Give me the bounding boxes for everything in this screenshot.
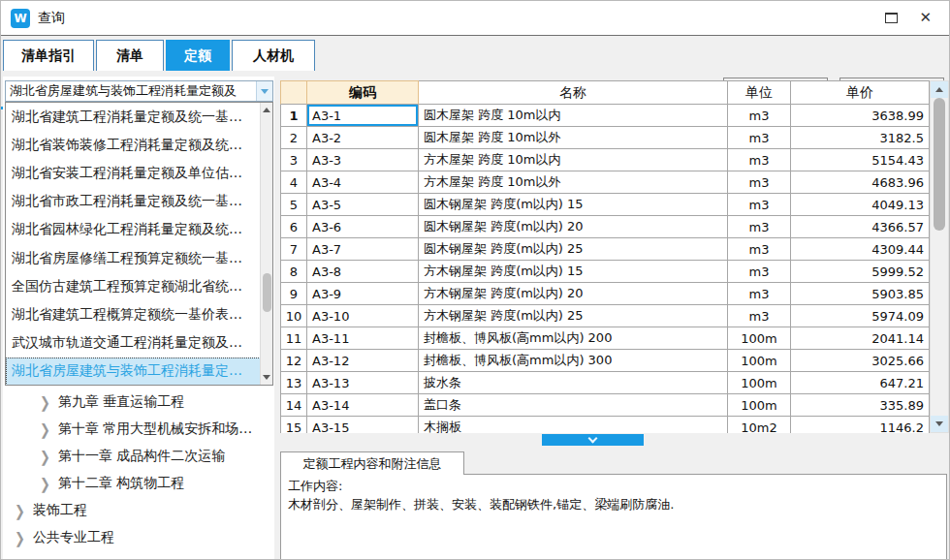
unit-cell[interactable]: 100m (728, 350, 791, 372)
price-cell[interactable]: 335.89 (791, 394, 930, 417)
tab-人材机[interactable]: 人材机 (232, 40, 315, 71)
list-item[interactable]: 湖北省市政工程消耗量定额及统一基… (6, 188, 272, 216)
name-cell[interactable]: 封檐板、博风板(高mm以内) 300 (419, 350, 728, 372)
scroll-up-icon[interactable] (261, 103, 272, 117)
table-scrollbar-thumb[interactable] (934, 98, 945, 231)
unit-cell[interactable]: 100m (728, 372, 791, 394)
unit-cell[interactable]: m3 (728, 261, 791, 283)
table-scroll-down-icon[interactable] (931, 416, 948, 432)
unit-cell[interactable]: m3 (728, 216, 791, 238)
table-row[interactable]: 14A3-14盖口条100m335.89 (280, 394, 930, 417)
price-cell[interactable]: 2041.14 (791, 327, 930, 350)
code-cell[interactable]: A3-2 (307, 127, 419, 149)
list-item[interactable]: 湖北省安装工程消耗量定额及单位估… (6, 159, 272, 187)
tree-item[interactable]: ❯第十章 常用大型机械安拆和场… (3, 416, 271, 443)
price-cell[interactable]: 4309.44 (791, 238, 930, 261)
code-cell[interactable]: A3-10 (307, 305, 419, 327)
table-row[interactable]: 1A3-1圆木屋架 跨度 10m以内m33638.99 (280, 105, 930, 127)
splitter-collapse-button[interactable] (542, 434, 644, 446)
price-cell[interactable]: 5903.85 (791, 283, 930, 305)
table-row[interactable]: 3A3-3方木屋架 跨度 10m以内m35154.43 (280, 149, 930, 171)
quota-library-combobox[interactable]: 湖北省房屋建筑与装饰工程消耗量定额及 (5, 80, 273, 102)
name-cell[interactable]: 方木屋架 跨度 10m以外 (419, 171, 728, 194)
name-cell[interactable]: 方木钢屋架 跨度(m以内) 15 (419, 261, 728, 283)
unit-cell[interactable]: m3 (728, 105, 791, 127)
price-cell[interactable]: 5154.43 (791, 149, 930, 171)
tab-定额[interactable]: 定额 (166, 40, 230, 71)
code-cell[interactable]: A3-13 (307, 372, 419, 394)
unit-cell[interactable]: m3 (728, 149, 791, 171)
list-item[interactable]: 湖北省园林绿化工程消耗量定额及统… (6, 216, 272, 244)
price-cell[interactable]: 3638.99 (791, 105, 930, 127)
unit-cell[interactable]: m3 (728, 238, 791, 261)
price-cell[interactable]: 5999.52 (791, 261, 930, 283)
tree-item[interactable]: ❯第十一章 成品构件二次运输 (3, 443, 271, 470)
code-cell[interactable]: A3-5 (307, 194, 419, 216)
unit-cell[interactable]: 100m (728, 394, 791, 417)
name-cell[interactable]: 圆木钢屋架 跨度(m以内) 25 (419, 238, 728, 261)
unit-cell[interactable]: m3 (728, 305, 791, 327)
list-item[interactable]: 湖北省房屋建筑与装饰工程消耗量定… (6, 358, 272, 386)
table-row[interactable]: 9A3-9方木钢屋架 跨度(m以内) 20m35903.85 (280, 283, 930, 305)
unit-cell[interactable]: 100m (728, 327, 791, 350)
tree-item[interactable]: ❯装饰工程 (3, 497, 271, 524)
price-cell[interactable]: 5974.09 (791, 305, 930, 327)
price-cell[interactable]: 3182.5 (791, 127, 930, 149)
name-cell[interactable]: 封檐板、博风板(高mm以内) 200 (419, 327, 728, 350)
price-cell[interactable]: 4366.57 (791, 216, 930, 238)
table-row[interactable]: 7A3-7圆木钢屋架 跨度(m以内) 25m34309.44 (280, 238, 930, 261)
list-item[interactable]: 湖北省建筑工程消耗量定额及统一基… (6, 103, 272, 131)
name-cell[interactable]: 圆木钢屋架 跨度(m以内) 20 (419, 216, 728, 238)
unit-cell[interactable]: m3 (728, 171, 791, 194)
name-cell[interactable]: 圆木钢屋架 跨度(m以内) 15 (419, 194, 728, 216)
code-cell[interactable]: A3-12 (307, 350, 419, 372)
list-item[interactable]: 湖北省房屋修缮工程预算定额统一基… (6, 244, 272, 272)
tree-item[interactable]: ❯公共专业工程 (3, 524, 271, 551)
table-row[interactable]: 5A3-5圆木钢屋架 跨度(m以内) 15m34049.13 (280, 194, 930, 216)
code-cell[interactable]: A3-6 (307, 216, 419, 238)
list-item[interactable]: 武汉城市轨道交通工程消耗量定额及… (6, 329, 272, 358)
list-scrollbar[interactable] (260, 103, 272, 385)
horizontal-splitter[interactable] (280, 433, 949, 448)
tree-item[interactable]: ❯第九章 垂直运输工程 (3, 389, 271, 416)
price-cell[interactable]: 1146.2 (791, 417, 930, 433)
combobox-dropdown-button[interactable] (256, 81, 272, 101)
close-icon[interactable]: ✕ (919, 11, 932, 25)
name-cell[interactable]: 方木钢屋架 跨度(m以内) 20 (419, 283, 728, 305)
scroll-down-icon[interactable] (261, 370, 272, 385)
table-row[interactable]: 4A3-4方木屋架 跨度 10m以外m34683.96 (280, 171, 930, 194)
list-item[interactable]: 湖北省装饰装修工程消耗量定额及统… (6, 131, 272, 159)
code-cell[interactable]: A3-7 (307, 238, 419, 261)
name-cell[interactable]: 披水条 (419, 372, 728, 394)
table-scroll-up-icon[interactable] (931, 81, 948, 98)
name-cell[interactable]: 方木钢屋架 跨度(m以内) 25 (419, 305, 728, 327)
code-cell[interactable]: A3-15 (307, 417, 419, 433)
table-scrollbar[interactable] (930, 80, 949, 433)
table-row[interactable]: 8A3-8方木钢屋架 跨度(m以内) 15m35999.52 (280, 261, 930, 283)
price-cell[interactable]: 4683.96 (791, 171, 930, 194)
price-cell[interactable]: 4049.13 (791, 194, 930, 216)
list-scrollbar-thumb[interactable] (263, 273, 271, 312)
name-cell[interactable]: 圆木屋架 跨度 10m以外 (419, 127, 728, 149)
tab-清单[interactable]: 清单 (96, 40, 164, 71)
tab-清单指引[interactable]: 清单指引 (3, 40, 94, 71)
price-cell[interactable]: 3025.66 (791, 350, 930, 372)
name-cell[interactable]: 圆木屋架 跨度 10m以内 (419, 105, 728, 127)
unit-cell[interactable]: 10m2 (728, 417, 791, 433)
code-cell[interactable]: A3-14 (307, 394, 419, 417)
tab-quota-content-notes[interactable]: 定额工程内容和附注信息 (280, 451, 464, 475)
table-row[interactable]: 10A3-10方木钢屋架 跨度(m以内) 25m35974.09 (280, 305, 930, 327)
table-row[interactable]: 12A3-12封檐板、博风板(高mm以内) 300100m3025.66 (280, 350, 930, 372)
name-cell[interactable]: 盖口条 (419, 394, 728, 417)
unit-cell[interactable]: m3 (728, 127, 791, 149)
list-item[interactable]: 全国仿古建筑工程预算定额湖北省统… (6, 272, 272, 300)
table-row[interactable]: 13A3-13披水条100m647.21 (280, 372, 930, 394)
list-item[interactable]: 湖北省建筑工程概算定额统一基价表… (6, 300, 272, 328)
name-cell[interactable]: 方木屋架 跨度 10m以内 (419, 149, 728, 171)
code-cell[interactable]: A3-9 (307, 283, 419, 305)
tree-item[interactable]: ❯第十二章 构筑物工程 (3, 470, 271, 497)
unit-cell[interactable]: m3 (728, 283, 791, 305)
code-cell[interactable]: A3-8 (307, 261, 419, 283)
table-row[interactable]: 11A3-11封檐板、博风板(高mm以内) 200100m2041.14 (280, 327, 930, 350)
code-cell[interactable]: A3-3 (307, 149, 419, 171)
